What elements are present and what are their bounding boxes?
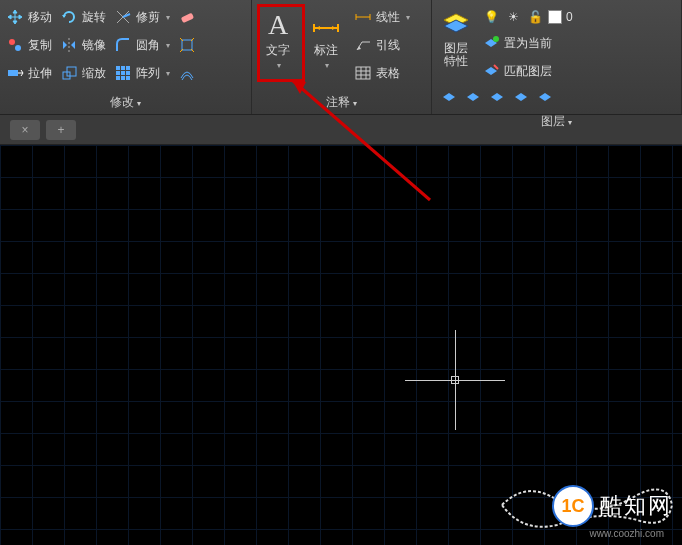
- mirror-icon: [60, 36, 78, 54]
- lightbulb-icon: 💡: [482, 8, 500, 26]
- layer-color-swatch: [548, 10, 562, 24]
- chevron-down-icon: ▾: [166, 41, 170, 50]
- set-current-label: 置为当前: [504, 35, 552, 52]
- dimension-label: 标注: [314, 42, 338, 59]
- svg-rect-2: [8, 70, 18, 76]
- scale-icon: [60, 64, 78, 82]
- svg-rect-11: [116, 76, 120, 80]
- mirror-button[interactable]: 镜像: [56, 32, 110, 58]
- array-icon: [114, 64, 132, 82]
- layer-properties-label: 图层 特性: [444, 42, 468, 68]
- table-icon: [354, 64, 372, 82]
- move-label: 移动: [28, 9, 52, 26]
- panel-annotation-title[interactable]: 注释▾: [254, 91, 429, 114]
- svg-rect-6: [121, 66, 125, 70]
- table-label: 表格: [376, 65, 400, 82]
- fillet-icon: [114, 36, 132, 54]
- close-icon: ×: [21, 123, 28, 137]
- watermark-url: www.coozhi.com: [590, 528, 664, 539]
- chevron-down-icon: ▾: [137, 99, 141, 108]
- set-current-button[interactable]: 置为当前: [478, 30, 679, 56]
- copy-button[interactable]: 复制: [2, 32, 56, 58]
- rotate-icon: [60, 8, 78, 26]
- offset-icon: [178, 64, 196, 82]
- linear-label: 线性: [376, 9, 400, 26]
- layer-tool-3[interactable]: [486, 84, 508, 110]
- dimension-button[interactable]: 标注 ▾: [302, 4, 350, 91]
- modify-extra-2[interactable]: [174, 32, 200, 58]
- text-button[interactable]: A 文字 ▾: [254, 4, 302, 91]
- svg-rect-10: [126, 71, 130, 75]
- leader-icon: [354, 36, 372, 54]
- chevron-down-icon: ▾: [166, 13, 170, 22]
- sun-icon: ☀: [504, 8, 522, 26]
- trim-button[interactable]: 修剪 ▾: [110, 4, 174, 30]
- panel-modify-title[interactable]: 修改▾: [2, 91, 249, 114]
- stretch-button[interactable]: 拉伸: [2, 60, 56, 86]
- layer-tool-5[interactable]: [534, 84, 556, 110]
- leader-button[interactable]: 引线: [350, 32, 414, 58]
- scale-label: 缩放: [82, 65, 106, 82]
- mirror-label: 镜像: [82, 37, 106, 54]
- match-layer-icon: [482, 62, 500, 80]
- table-button[interactable]: 表格: [350, 60, 414, 86]
- scale-button[interactable]: 缩放: [56, 60, 110, 86]
- chevron-down-icon: ▾: [406, 13, 410, 22]
- watermark: 1C 酷知网: [552, 485, 672, 527]
- chevron-down-icon: ▾: [325, 61, 329, 70]
- svg-rect-15: [182, 40, 192, 50]
- move-button[interactable]: 移动: [2, 4, 56, 30]
- svg-rect-12: [121, 76, 125, 80]
- modify-extra-1[interactable]: [174, 4, 200, 30]
- layer-tool-1[interactable]: [438, 84, 460, 110]
- layer-icon: [464, 88, 482, 106]
- layer-tool-2[interactable]: [462, 84, 484, 110]
- chevron-down-icon: ▾: [353, 99, 357, 108]
- current-layer-name: 0: [566, 10, 573, 24]
- chevron-down-icon: ▾: [166, 69, 170, 78]
- svg-rect-5: [116, 66, 120, 70]
- copy-label: 复制: [28, 37, 52, 54]
- layer-properties-button[interactable]: 图层 特性: [434, 4, 478, 84]
- match-layer-button[interactable]: 匹配图层: [478, 58, 679, 84]
- svg-point-1: [15, 45, 21, 51]
- panel-layers-title[interactable]: 图层▾: [434, 110, 679, 133]
- move-icon: [6, 8, 24, 26]
- linear-icon: [354, 8, 372, 26]
- watermark-logo: 1C: [552, 485, 594, 527]
- layer-icon: [440, 88, 458, 106]
- panel-layers: 图层 特性 💡 ☀ 🔓 0 置为当前: [432, 0, 682, 114]
- tab-close[interactable]: ×: [10, 120, 40, 140]
- layer-icon: [536, 88, 554, 106]
- set-current-icon: [482, 34, 500, 52]
- text-icon: A: [262, 8, 294, 40]
- plus-icon: +: [57, 123, 64, 137]
- fillet-label: 圆角: [136, 37, 160, 54]
- chevron-down-icon: ▾: [277, 61, 281, 70]
- panel-annotation: A 文字 ▾ 标注 ▾ 线性 ▾ 引线: [252, 0, 432, 114]
- dimension-icon: [310, 8, 342, 40]
- panel-modify: 移动 复制 拉伸: [0, 0, 252, 114]
- leader-label: 引线: [376, 37, 400, 54]
- stretch-label: 拉伸: [28, 65, 52, 82]
- watermark-brand: 酷知网: [600, 491, 672, 521]
- array-button[interactable]: 阵列 ▾: [110, 60, 174, 86]
- text-label: 文字: [266, 42, 290, 59]
- layer-icon: [488, 88, 506, 106]
- chevron-down-icon: ▾: [568, 118, 572, 127]
- copy-icon: [6, 36, 24, 54]
- stretch-icon: [6, 64, 24, 82]
- svg-point-18: [493, 36, 499, 42]
- linear-button[interactable]: 线性 ▾: [350, 4, 414, 30]
- fillet-button[interactable]: 圆角 ▾: [110, 32, 174, 58]
- svg-rect-9: [121, 71, 125, 75]
- svg-text:A: A: [268, 9, 289, 40]
- tab-new[interactable]: +: [46, 120, 76, 140]
- layer-dropdown[interactable]: 💡 ☀ 🔓 0: [478, 6, 679, 28]
- rotate-button[interactable]: 旋转: [56, 4, 110, 30]
- trim-icon: [114, 8, 132, 26]
- layer-tool-4[interactable]: [510, 84, 532, 110]
- svg-rect-17: [356, 67, 370, 79]
- modify-extra-3[interactable]: [174, 60, 200, 86]
- explode-icon: [178, 36, 196, 54]
